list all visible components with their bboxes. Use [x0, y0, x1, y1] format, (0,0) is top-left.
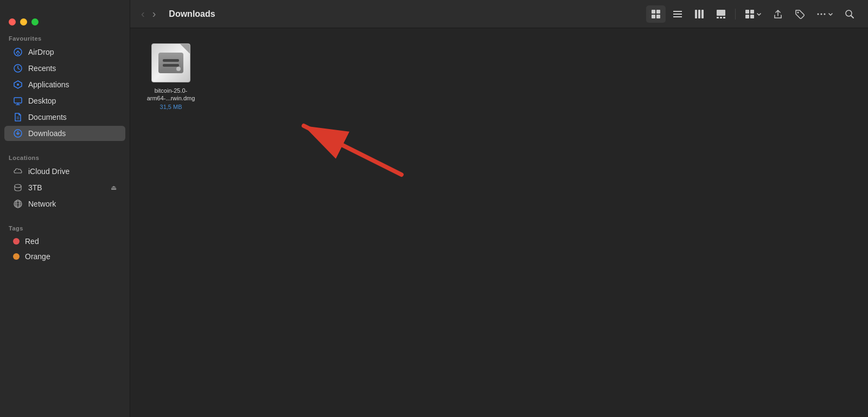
svg-point-1 — [17, 54, 18, 55]
svg-rect-23 — [745, 10, 749, 14]
desktop-icon — [13, 96, 23, 106]
red-tag-dot — [13, 238, 20, 245]
dmg-disk-button — [176, 67, 181, 71]
sidebar-item-downloads[interactable]: Downloads — [4, 126, 125, 141]
file-item[interactable]: bitcoin-25.0- arm64-...rwin.dmg 31,5 MB — [141, 39, 201, 114]
traffic-lights — [0, 11, 130, 31]
svg-point-6 — [15, 184, 21, 188]
search-button[interactable] — [840, 5, 859, 23]
dmg-disk-slot — [163, 59, 179, 62]
file-size: 31,5 MB — [160, 104, 182, 110]
3tb-left: 3TB — [13, 183, 42, 193]
svg-rect-20 — [717, 17, 719, 18]
close-button[interactable] — [9, 18, 16, 25]
airdrop-label: AirDrop — [28, 48, 54, 56]
main-content: ‹ › Downloads — [130, 0, 868, 417]
downloads-icon — [13, 129, 23, 138]
sidebar-item-tag-orange[interactable]: Orange — [4, 249, 125, 264]
sidebar: Favourites AirDrop Recents Applicat — [0, 0, 130, 417]
drive-icon — [13, 183, 23, 193]
svg-rect-12 — [656, 15, 660, 18]
sidebar-item-tag-red[interactable]: Red — [4, 234, 125, 248]
locations-section-label: Locations — [0, 150, 130, 163]
sidebar-item-applications[interactable]: Applications — [4, 77, 125, 92]
back-button[interactable]: ‹ — [139, 7, 147, 21]
svg-point-29 — [821, 13, 822, 15]
list-view-button[interactable] — [668, 5, 687, 23]
recents-icon — [13, 63, 23, 73]
toolbar: ‹ › Downloads — [130, 0, 868, 28]
svg-rect-19 — [717, 10, 725, 16]
sidebar-item-3tb[interactable]: 3TB ⏏ — [4, 180, 125, 195]
arrow-annotation — [239, 82, 412, 191]
icloud-icon — [13, 166, 23, 176]
documents-icon — [13, 112, 23, 122]
share-button[interactable] — [768, 5, 788, 23]
svg-rect-26 — [750, 15, 754, 18]
svg-point-27 — [797, 11, 799, 13]
svg-rect-4 — [14, 98, 22, 103]
eject-icon[interactable]: ⏏ — [111, 184, 117, 191]
gallery-view-button[interactable] — [711, 5, 731, 23]
network-label: Network — [28, 200, 56, 208]
window-title: Downloads — [169, 9, 215, 19]
svg-rect-16 — [695, 10, 697, 18]
grid-view-button[interactable] — [646, 5, 666, 23]
svg-rect-10 — [656, 10, 660, 14]
svg-rect-9 — [652, 10, 655, 14]
dmg-icon-body — [151, 43, 190, 82]
red-tag-label: Red — [25, 237, 39, 246]
tag-button[interactable] — [790, 5, 809, 23]
favourites-section-label: Favourites — [0, 31, 130, 44]
column-view-button[interactable] — [690, 5, 709, 23]
forward-button[interactable]: › — [150, 7, 158, 21]
minimize-button[interactable] — [20, 18, 27, 25]
documents-label: Documents — [28, 113, 67, 121]
content-area[interactable]: bitcoin-25.0- arm64-...rwin.dmg 31,5 MB — [130, 28, 868, 417]
orange-tag-dot — [13, 253, 20, 260]
recents-label: Recents — [28, 64, 56, 73]
icloud-label: iCloud Drive — [28, 167, 69, 176]
applications-icon — [13, 80, 23, 89]
sidebar-item-recents[interactable]: Recents — [4, 61, 125, 76]
fullscreen-button[interactable] — [31, 18, 39, 25]
svg-point-30 — [824, 13, 826, 15]
nav-buttons: ‹ › — [139, 7, 158, 21]
svg-rect-11 — [652, 15, 655, 18]
tags-section-label: Tags — [0, 221, 130, 234]
network-icon — [13, 199, 23, 209]
svg-rect-22 — [723, 17, 725, 18]
sidebar-item-airdrop[interactable]: AirDrop — [4, 44, 125, 60]
file-name: bitcoin-25.0- arm64-...rwin.dmg — [147, 87, 195, 102]
sidebar-item-network[interactable]: Network — [4, 196, 125, 211]
svg-rect-25 — [745, 15, 749, 18]
svg-rect-21 — [720, 17, 722, 18]
downloads-label: Downloads — [28, 129, 66, 138]
svg-point-3 — [17, 84, 19, 86]
svg-rect-24 — [750, 10, 754, 14]
3tb-row: 3TB ⏏ — [13, 183, 117, 193]
sidebar-item-icloud[interactable]: iCloud Drive — [4, 164, 125, 179]
file-icon — [151, 43, 190, 82]
svg-point-28 — [818, 13, 819, 15]
airdrop-icon — [13, 47, 23, 57]
drive-label: 3TB — [28, 183, 42, 192]
svg-line-33 — [304, 126, 401, 175]
sidebar-item-desktop[interactable]: Desktop — [4, 93, 125, 108]
orange-tag-label: Orange — [25, 252, 50, 261]
dmg-disk-slot2 — [163, 64, 179, 67]
applications-label: Applications — [28, 80, 69, 89]
sidebar-item-documents[interactable]: Documents — [4, 110, 125, 125]
svg-rect-18 — [701, 10, 704, 18]
group-button[interactable] — [740, 5, 766, 23]
more-button[interactable] — [812, 5, 838, 23]
toolbar-actions — [646, 5, 859, 23]
svg-rect-17 — [698, 10, 700, 18]
dmg-disk-body — [158, 53, 183, 73]
desktop-label: Desktop — [28, 97, 56, 105]
